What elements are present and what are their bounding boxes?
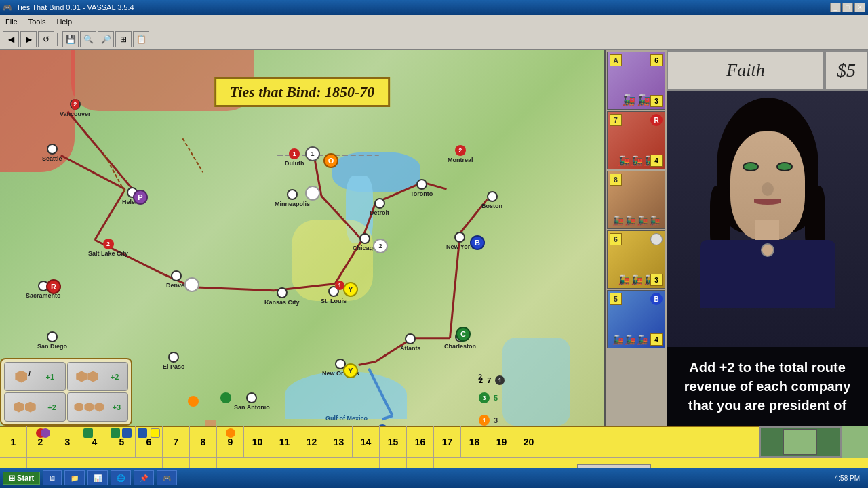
score-cell-11: 11	[271, 426, 298, 458]
taskbar-app-5[interactable]: 📌	[134, 470, 154, 485]
card-purple[interactable]: A 6 🚂 🚂 3	[607, 52, 665, 110]
taskbar-app-3[interactable]: 📊	[87, 470, 108, 485]
app-icon: 🎮	[3, 3, 12, 12]
card-letter-R: R	[650, 114, 663, 126]
portrait-container	[667, 91, 868, 347]
green-score-marker2	[111, 428, 120, 438]
toolbar-refresh[interactable]: ↺	[38, 31, 54, 47]
main-content: Ties that Bind: 1850-70 2 Vancouver 3 Wi…	[0, 50, 868, 426]
score-markers-area2: 3 5	[479, 392, 498, 403]
lower-left-panel: / +1 +2 +2	[0, 358, 132, 426]
dress	[700, 240, 835, 308]
close-button[interactable]: ✕	[854, 3, 865, 12]
game-title-banner: Ties that Bind: 1850-70	[214, 77, 391, 107]
score-markers-area: 2 7 1	[479, 375, 505, 385]
score-cell-17: 17	[434, 426, 461, 458]
menu-tools[interactable]: Tools	[23, 16, 52, 27]
menu-bar: File Tools Help	[0, 15, 868, 28]
window-titlebar: 🎮 Ties That Bind 0.01 - VASSAL 3.5.4 _ □…	[0, 0, 868, 15]
left-eye	[743, 162, 759, 171]
score-cell-9: 9	[217, 426, 244, 458]
score-cell-6: 6	[136, 426, 163, 458]
token-blue-newyork[interactable]: B	[470, 235, 485, 250]
toolbar-fit[interactable]: ⊞	[115, 31, 132, 47]
token-red-sacramento[interactable]: R	[46, 279, 61, 294]
score-cell-15: 15	[380, 426, 407, 458]
game-title-text: Ties that Bind: 1850-70	[230, 83, 375, 100]
score-cell-2: 2	[27, 426, 54, 458]
thumbnail-extra	[841, 426, 868, 458]
thumbnail-map	[783, 429, 817, 455]
start-button[interactable]: ⊞ Start	[3, 472, 40, 485]
taskbar-app-6[interactable]: 🎮	[157, 470, 177, 485]
taskbar-app-1[interactable]: 🖥	[43, 470, 62, 485]
score-markers-area3: 1 3	[479, 415, 498, 426]
toolbar-save[interactable]: 💾	[62, 31, 79, 47]
mouth	[754, 199, 781, 205]
toolbar-back[interactable]: ◀	[3, 31, 19, 47]
cards-panel: A 6 🚂 🚂 3 7 R 🚂 🚂 🚂 4	[606, 50, 667, 426]
brooch	[761, 243, 774, 257]
card-num-3a: 3	[650, 95, 663, 107]
token-orange-duluth[interactable]: O	[323, 153, 338, 168]
card-trains-brown: 🚂 🚂 🚂 🚂	[608, 216, 665, 226]
taskbar-app-2[interactable]: 📁	[64, 470, 85, 485]
toolbar-zoom-in[interactable]: 🔎	[98, 31, 114, 47]
card-num-6a: 6	[650, 54, 663, 66]
ll-card-2: +2	[67, 362, 129, 391]
token-purple-helena[interactable]: P	[133, 190, 148, 205]
score-cell-4: 4	[81, 426, 108, 458]
toolbar-extra[interactable]: 📋	[133, 31, 149, 47]
taskbar: ⊞ Start 🖥 📁 📊 🌐 📌 🎮 4:58 PM	[0, 468, 868, 488]
score-cell-13: 13	[326, 426, 353, 458]
menu-file[interactable]: File	[0, 16, 23, 27]
green-score-marker	[83, 428, 93, 438]
portrait-header: Faith $5	[667, 50, 868, 91]
toolbar-sep1	[57, 33, 60, 46]
right-sidebar: A 6 🚂 🚂 3 7 R 🚂 🚂 🚂 4	[606, 50, 868, 426]
taskbar-app-4[interactable]: 🌐	[111, 470, 131, 485]
yellow-score-marker	[151, 428, 160, 438]
title-label: Ties That Bind 0.01 - VASSAL 3.5.4	[16, 3, 134, 12]
card-red[interactable]: 7 R 🚂 🚂 🚂 4	[607, 111, 665, 169]
score-cell-18: 18	[461, 426, 488, 458]
character-money: $5	[837, 60, 856, 81]
card-blue[interactable]: 5 B 🚂 🚂 🚂 🚂 4	[607, 290, 665, 348]
green-marker-sa	[220, 392, 231, 403]
window-controls: _ □ ✕	[830, 3, 865, 12]
toolbar: ◀ ▶ ↺ 💾 🔍 🔎 ⊞ 📋	[0, 28, 868, 50]
card-badge-8: 8	[610, 174, 622, 186]
score-cell-5: 5	[108, 426, 136, 458]
maximize-button[interactable]: □	[842, 3, 853, 12]
portrait-image	[667, 91, 868, 347]
token-green-charleston[interactable]: C	[456, 327, 471, 342]
card-gold[interactable]: 6 🚂 🚂 🚂 3	[607, 230, 665, 289]
token-yellow-neworleans[interactable]: Y	[343, 363, 358, 378]
score-cell-14: 14	[353, 426, 380, 458]
token-white-mpls	[305, 186, 320, 201]
orange-score-marker	[226, 428, 235, 438]
menu-help[interactable]: Help	[51, 16, 77, 27]
card-badge-5: 5	[610, 293, 622, 305]
card-num-4a: 4	[650, 155, 663, 167]
score-cell-7: 7	[163, 426, 190, 458]
score-cell-1: 1	[0, 426, 27, 458]
brown-marker	[205, 420, 216, 426]
card-num-4b: 4	[650, 333, 663, 346]
toolbar-forward[interactable]: ▶	[20, 31, 37, 47]
card-num-3b: 3	[650, 274, 663, 286]
ll-card-4: +3	[67, 392, 129, 422]
caption-overlay: Add +2 to the total route revenue of eac…	[667, 347, 868, 426]
toolbar-zoom-out[interactable]: 🔍	[80, 31, 96, 47]
blue-score-marker2	[138, 428, 147, 438]
character-name: Faith	[726, 60, 764, 81]
num-1-stlouis: 1	[335, 281, 344, 290]
minimize-button[interactable]: _	[830, 3, 841, 12]
taskbar-clock: 4:58 PM	[829, 473, 865, 483]
blue-score-marker	[122, 428, 132, 438]
card-brown[interactable]: 8 🚂 🚂 🚂 🚂	[607, 171, 665, 229]
token-yellow-stlouis[interactable]: Y	[343, 282, 358, 297]
token-white-duluth1: 1	[305, 146, 320, 161]
map-area[interactable]: Ties that Bind: 1850-70 2 Vancouver 3 Wi…	[0, 50, 606, 426]
card-badge-A: A	[610, 54, 622, 66]
